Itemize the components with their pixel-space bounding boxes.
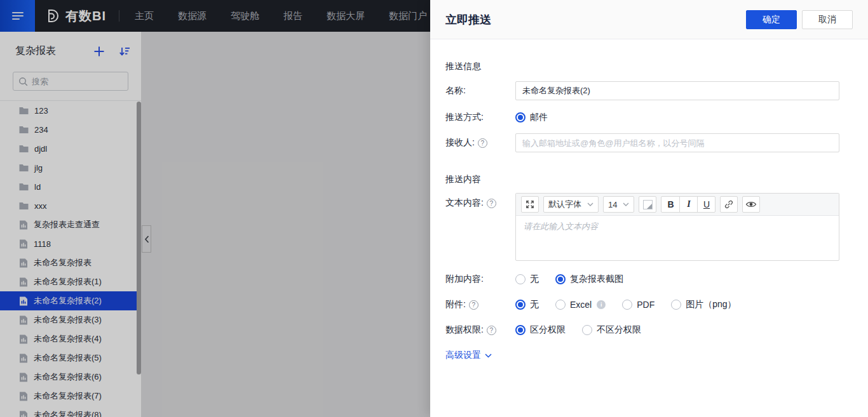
push-method-options: 邮件	[515, 112, 564, 123]
radio-option[interactable]: PDF	[622, 300, 654, 310]
extra-content-options: 无 复杂报表截图	[515, 274, 640, 285]
sort-button[interactable]	[119, 46, 130, 56]
sidebar-report-item[interactable]: 1118	[0, 234, 137, 253]
radio-option-label: 不区分权限	[597, 324, 641, 336]
cancel-button[interactable]: 取消	[802, 10, 853, 29]
folder-icon	[19, 145, 29, 153]
attachment-row: 附件: 无 Excel PDF 图片（png）	[445, 295, 853, 314]
sidebar-item-label: xxx	[34, 201, 47, 211]
sidebar-report-item[interactable]: 未命名复杂报表(3)	[0, 310, 137, 329]
sidebar-report-item[interactable]: 未命名复杂报表(5)	[0, 348, 137, 367]
section-push-content: 推送内容	[445, 173, 853, 185]
report-file-icon	[19, 354, 28, 363]
radio-icon	[622, 300, 632, 310]
chevron-left-icon	[144, 235, 149, 243]
sidebar-folder-item[interactable]: xxx	[0, 196, 137, 215]
preview-button[interactable]	[742, 196, 760, 213]
underline-button[interactable]: U	[697, 197, 715, 212]
name-input[interactable]	[515, 81, 839, 100]
sidebar-report-item[interactable]: 未命名复杂报表(7)	[0, 387, 137, 406]
help-icon[interactable]	[487, 326, 496, 335]
radio-icon	[515, 112, 526, 122]
add-report-button[interactable]	[93, 46, 105, 57]
radio-option-label: Excel	[570, 300, 592, 310]
nav-item[interactable]: 报告	[283, 10, 302, 22]
radio-option[interactable]: Excel	[555, 300, 592, 310]
name-label: 名称:	[445, 85, 515, 96]
search-input[interactable]	[32, 77, 123, 86]
name-row: 名称:	[445, 81, 853, 100]
recipients-input[interactable]	[515, 133, 839, 152]
help-icon[interactable]	[478, 138, 487, 148]
nav-item[interactable]: 数据大屏	[327, 10, 365, 22]
help-icon[interactable]	[487, 199, 496, 208]
recipients-label: 接收人:	[445, 137, 515, 149]
folder-icon	[19, 164, 29, 172]
nav-item[interactable]: 主页	[135, 10, 154, 22]
radio-option[interactable]: 不区分权限	[582, 324, 641, 336]
recipients-row: 接收人:	[445, 133, 853, 152]
link-icon	[724, 199, 734, 209]
bold-button[interactable]: B	[661, 197, 679, 212]
insert-link-button[interactable]	[720, 196, 738, 213]
sidebar-folder-item[interactable]: ld	[0, 177, 137, 196]
report-tree-sidebar: 复杂报表	[0, 32, 141, 417]
sidebar-collapse-button[interactable]	[142, 225, 151, 253]
radio-option[interactable]: 区分权限	[515, 324, 566, 336]
data-permission-options: 区分权限 不区分权限	[515, 324, 658, 336]
italic-button[interactable]: I	[679, 197, 697, 212]
advanced-settings-link[interactable]: 高级设置	[445, 350, 492, 361]
radio-option[interactable]: 图片（png）	[671, 299, 736, 310]
nav-item[interactable]: 数据门户	[389, 10, 427, 22]
sidebar-item-label: 1118	[34, 239, 51, 249]
radio-icon	[515, 325, 526, 335]
sidebar-report-item[interactable]: 未命名复杂报表(2)	[0, 291, 137, 310]
sidebar-folder-item[interactable]: 123	[0, 101, 137, 120]
font-color-button[interactable]	[639, 196, 656, 213]
editor-text-area[interactable]: 请在此输入文本内容	[516, 216, 839, 260]
radio-option[interactable]: 无	[515, 299, 539, 310]
report-tree-list: 123 234 djdl jlg ld xxx	[0, 101, 137, 417]
hamburger-menu-button[interactable]	[0, 0, 35, 32]
sidebar-item-label: ld	[34, 182, 41, 192]
radio-icon	[555, 274, 566, 284]
sidebar-item-label: 未命名复杂报表(7)	[34, 390, 102, 402]
push-method-row: 推送方式: 邮件	[445, 108, 853, 127]
help-icon[interactable]	[469, 300, 478, 310]
sidebar-item-label: djdl	[34, 144, 47, 154]
color-swatch-icon	[643, 200, 653, 209]
folder-icon	[19, 126, 29, 134]
scrollbar-thumb[interactable]	[137, 102, 141, 374]
fullscreen-button[interactable]	[521, 196, 539, 213]
sidebar-report-item[interactable]: 未命名复杂报表(6)	[0, 367, 137, 387]
nav-item[interactable]: 驾驶舱	[231, 10, 259, 22]
drawer-title: 立即推送	[445, 12, 746, 27]
sidebar-folder-item[interactable]: djdl	[0, 139, 137, 158]
sidebar-item-label: 未命名复杂报表	[34, 257, 92, 268]
sidebar-search	[13, 72, 128, 91]
font-size-select[interactable]: 14	[603, 196, 634, 213]
sidebar-folder-item[interactable]: 234	[0, 120, 137, 139]
top-nav-menu: 主页数据源驾驶舱报告数据大屏数据门户	[135, 10, 427, 22]
nav-item[interactable]: 数据源	[178, 10, 207, 22]
section-push-info: 推送信息	[445, 60, 853, 72]
brand: 有数BI	[44, 8, 106, 25]
sidebar-folder-item[interactable]: jlg	[0, 158, 137, 177]
sidebar-report-item[interactable]: 复杂报表走查通查	[0, 215, 137, 234]
sidebar-item-label: 未命名复杂报表(2)	[34, 295, 102, 307]
report-file-icon	[19, 334, 28, 344]
confirm-button[interactable]: 确定	[746, 10, 797, 29]
radio-option[interactable]: 邮件	[515, 112, 548, 123]
radio-icon	[555, 300, 566, 310]
radio-option[interactable]: 复杂报表截图	[555, 274, 623, 285]
sidebar-report-item[interactable]: 未命名复杂报表(8)	[0, 406, 137, 417]
radio-option[interactable]: 无	[515, 274, 539, 285]
font-family-select[interactable]: 默认字体	[543, 196, 599, 213]
radio-option-label: PDF	[637, 300, 654, 310]
sidebar-report-item[interactable]: 未命名复杂报表	[0, 253, 137, 272]
text-style-group: B I U	[661, 196, 715, 213]
sidebar-item-label: 123	[34, 106, 48, 116]
sidebar-report-item[interactable]: 未命名复杂报表(4)	[0, 329, 137, 348]
info-icon[interactable]	[597, 300, 606, 309]
sidebar-report-item[interactable]: 未命名复杂报表(1)	[0, 272, 137, 291]
